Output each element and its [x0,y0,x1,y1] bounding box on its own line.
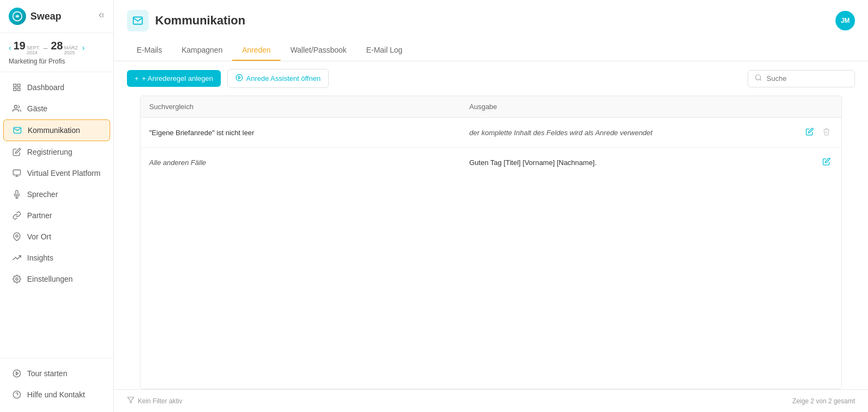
tab-anreden[interactable]: Anreden [232,40,280,61]
table-header: Suchvergleich Ausgabe [141,96,841,118]
svg-rect-7 [13,170,20,175]
event-name: Marketing für Profis [9,58,105,65]
add-anrederegel-button[interactable]: + + Anrederegel anlegen [127,70,221,87]
sidebar-item-registrierung-label: Registrierung [27,148,72,156]
sidebar-item-sprecher-label: Sprecher [27,190,58,199]
logo-text: Sweap [30,11,61,22]
anreden-table: Suchvergleich Ausgabe "Eigene Briefanred… [140,96,842,389]
svg-rect-4 [14,88,16,91]
user-avatar: JM [835,11,855,30]
filter-status: Kein Filter aktiv [127,396,182,405]
sidebar-item-registrierung[interactable]: Registrierung [3,142,110,162]
sidebar-item-virtual-label: Virtual Event Platform [27,169,100,178]
edit-row-1-button[interactable] [803,125,816,140]
table-row: "Eigene Briefanrede" ist nicht leer der … [141,118,841,148]
page-title: Kommunikation [155,14,245,28]
page-icon [127,10,149,31]
main-navigation: Dashboard Gäste Kommunikatio [0,72,113,358]
row-actions-2 [789,155,833,169]
delete-row-1-button[interactable] [820,125,833,140]
svg-point-6 [14,105,17,108]
svg-rect-5 [17,88,20,91]
table-section: Suchvergleich Ausgabe "Eigene Briefanred… [114,96,868,389]
tabs-navigation: E-Mails Kampagnen Anreden Wallet/Passboo… [127,40,855,61]
settings-icon [12,274,22,284]
sidebar-item-kommunikation-label: Kommunikation [28,126,80,135]
sidebar-item-dashboard[interactable]: Dashboard [3,77,110,98]
collapse-sidebar-button[interactable] [96,11,105,22]
main-content: Kommunikation JM E-Mails Kampagnen Anred… [114,0,868,412]
sidebar-item-gaeste[interactable]: Gäste [3,98,110,119]
main-footer: Kein Filter aktiv Zeige 2 von 2 gesamt [114,389,868,412]
edit-icon [12,147,22,157]
logo-area: Sweap [9,8,61,25]
col-header-ausgabe: Ausgabe [469,103,789,111]
date-to: 28 MÄRZ 2025 [51,40,78,55]
sidebar-header: Sweap [0,0,113,33]
svg-rect-2 [14,84,16,87]
play-circle-icon [12,369,22,378]
tab-kampagnen[interactable]: Kampagnen [172,40,233,61]
sidebar-bottom: Tour starten Hilfe und Kontakt [0,358,113,412]
search-input[interactable] [767,74,848,83]
sidebar-item-tour-label: Tour starten [27,369,67,378]
help-circle-icon [12,390,22,400]
filter-icon [127,396,135,405]
cell-ausgabe-2: Guten Tag [Titel] [Vorname] [Nachname]. [469,159,789,167]
mail-icon [12,125,22,135]
sidebar-item-partner-label: Partner [27,211,52,220]
svg-point-14 [13,370,20,377]
date-range: ‹ 19 SEPT. 2024 – 28 MÄRZ 2025 › Marketi… [0,33,113,72]
search-box [748,70,855,87]
svg-marker-20 [127,397,134,403]
link-icon [12,211,22,220]
cell-ausgabe-1: der komplette Inhalt des Feldes wird als… [469,129,789,137]
sidebar-item-sprecher[interactable]: Sprecher [3,184,110,205]
sidebar-item-gaeste-label: Gäste [27,104,47,113]
edit-row-2-button[interactable] [820,155,833,169]
search-icon [755,74,762,84]
main-header: Kommunikation JM E-Mails Kampagnen Anred… [114,0,868,61]
sidebar-item-insights[interactable]: Insights [3,248,110,268]
sidebar-item-vor-ort[interactable]: Vor Ort [3,226,110,247]
sidebar-item-insights-label: Insights [27,253,53,262]
svg-point-18 [756,74,761,79]
monitor-icon [12,168,22,178]
date-next-button[interactable]: › [82,43,85,52]
users-icon [12,104,22,113]
sidebar-item-virtual[interactable]: Virtual Event Platform [3,163,110,183]
table-row: Alle anderen Fälle Guten Tag [Titel] [Vo… [141,148,841,177]
filter-label: Kein Filter aktiv [138,397,182,405]
svg-point-12 [16,235,18,237]
sidebar-item-vor-ort-label: Vor Ort [27,232,51,241]
cell-suchvergleich-2: Alle anderen Fälle [149,159,469,167]
map-pin-icon [12,232,22,242]
trending-up-icon [12,253,22,263]
tab-emails[interactable]: E-Mails [127,40,172,61]
sidebar-item-dashboard-label: Dashboard [27,83,65,92]
plus-icon: + [135,74,139,83]
grid-icon [12,83,22,92]
sidebar: Sweap ‹ 19 SEPT. 2024 – 28 MÄRZ [0,0,114,412]
sidebar-item-kommunikation[interactable]: Kommunikation [3,119,110,141]
logo-icon [9,8,26,25]
tab-email-log[interactable]: E-Mail Log [356,40,412,61]
mic-icon [12,189,22,199]
cell-suchvergleich-1: "Eigene Briefanrede" ist nicht leer [149,129,469,137]
sidebar-item-tour[interactable]: Tour starten [3,363,110,384]
sidebar-item-hilfe[interactable]: Hilfe und Kontakt [3,384,110,405]
sidebar-item-einstellungen[interactable]: Einstellungen [3,269,110,289]
date-prev-button[interactable]: ‹ [9,43,11,52]
svg-line-19 [760,79,762,80]
sidebar-item-hilfe-label: Hilfe und Kontakt [27,390,85,399]
row-actions-1 [789,125,833,140]
anrede-assistant-button[interactable]: Anrede Assistent öffnen [227,69,329,88]
svg-marker-15 [16,372,18,375]
svg-point-13 [16,278,18,280]
assistant-icon [235,74,243,83]
sidebar-item-partner[interactable]: Partner [3,205,110,226]
tab-wallet[interactable]: Wallet/Passbook [280,40,356,61]
page-title-row: Kommunikation JM [127,10,855,31]
svg-rect-3 [17,84,20,87]
toolbar: + + Anrederegel anlegen Anrede Assistent… [114,61,868,96]
